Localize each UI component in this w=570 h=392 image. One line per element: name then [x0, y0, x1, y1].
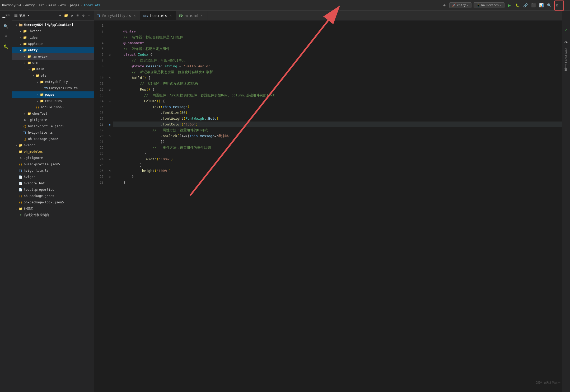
tab-note-close[interactable]: ×: [199, 14, 204, 18]
activity-explorer[interactable]: ☰项目: [1, 12, 11, 21]
tree-item-hvigor2[interactable]: ▸ 📁 hvigor: [12, 142, 94, 148]
tab-note[interactable]: MD note.md ×: [176, 11, 208, 20]
tree-item-oh-package-lock[interactable]: ▸ {} oh-package-lock.json5: [12, 199, 94, 206]
tree-item-build-profile2[interactable]: ▸ {} build-profile.json5: [12, 161, 94, 167]
profile-button[interactable]: 📊: [538, 2, 544, 8]
stop-button[interactable]: ⬛: [530, 2, 536, 8]
preview-arrow[interactable]: ▾: [23, 54, 27, 59]
bc-item-5[interactable]: ets: [60, 3, 66, 7]
src-arrow[interactable]: ▾: [23, 61, 27, 65]
resources-arrow[interactable]: ▸: [35, 99, 40, 103]
entryability-arrow[interactable]: ▾: [35, 80, 40, 84]
root-expand-arrow[interactable]: ▾: [14, 23, 18, 27]
fold-26[interactable]: ⊟: [108, 168, 111, 174]
tree-item-entryability-ts[interactable]: ▸ TS EntryAbility.ts: [12, 85, 94, 91]
oh-modules-arrow[interactable]: ▸: [14, 150, 18, 154]
tree-item-main[interactable]: ▾ 📁 main: [12, 66, 94, 72]
search-button[interactable]: 🔍: [546, 2, 552, 8]
appscope-label: AppScope: [28, 42, 94, 46]
tree-item-root[interactable]: ▾ HarmonyOS4 [MyApplication]: [12, 22, 94, 28]
run-button[interactable]: ▶: [507, 2, 512, 8]
activity-git[interactable]: ⑂: [1, 32, 11, 41]
tree-item-hvigor3[interactable]: ▸ 📄 hvigor: [12, 174, 94, 180]
fold-10[interactable]: ⊟: [108, 75, 111, 81]
close-sidebar-icon[interactable]: —: [87, 13, 92, 18]
ln-20: 20: [94, 133, 106, 139]
tree-item-external-libs[interactable]: ▸ 📁 外部库: [12, 206, 94, 212]
new-file-icon[interactable]: +: [58, 13, 63, 18]
no-devices-button[interactable]: 📱 No Devices ▾: [474, 2, 504, 8]
tree-item-ohostest[interactable]: ▸ 📁 ohosTest: [12, 110, 94, 117]
pages-arrow[interactable]: ▸: [35, 92, 40, 97]
sync-icon[interactable]: ↻: [69, 13, 74, 18]
tree-item-gitignore1[interactable]: ▸ ⚙ .gitignore: [12, 117, 94, 123]
main-arrow[interactable]: ▾: [27, 67, 31, 71]
ets-arrow[interactable]: ▾: [31, 73, 35, 78]
new-folder-icon[interactable]: 📁: [64, 13, 68, 18]
tree-item-entryability[interactable]: ▾ 📁 entryability: [12, 79, 94, 85]
tree-item-appscope[interactable]: ▸ 📁 AppScope: [12, 41, 94, 47]
tab-entryability[interactable]: TS EntryAbility.ts ×: [94, 11, 140, 20]
code-editor[interactable]: @Entry // 装饰器：标记当前组件是入口组件 @Component // …: [113, 21, 562, 392]
entry-arrow[interactable]: ▾: [18, 48, 23, 52]
fold-14[interactable]: ⊟: [108, 98, 111, 104]
settings-icon[interactable]: ⚙: [81, 13, 86, 18]
entry-button[interactable]: 🚀 entry ▾: [449, 2, 471, 8]
hvigor-arrow[interactable]: ▸: [18, 29, 23, 33]
tree-item-idea[interactable]: ▸ 📁 .idea: [12, 34, 94, 41]
tree-item-local-properties[interactable]: ▸ 📄 local.properties: [12, 186, 94, 193]
tab-index-close[interactable]: ×: [169, 14, 173, 18]
tree-item-oh-package2[interactable]: ▸ {} oh-package.json5: [12, 193, 94, 199]
tree-item-src[interactable]: ▾ 📁 src: [12, 60, 94, 66]
tree-item-module-json[interactable]: ▸ {} module.json5: [12, 104, 94, 110]
bc-item-4[interactable]: main: [49, 3, 56, 7]
tree-item-hvigorw-bat[interactable]: ▸ 📄 hvigorw.bat: [12, 180, 94, 186]
breakpoint-18[interactable]: ■: [108, 122, 111, 127]
activity-search[interactable]: 🔍: [1, 22, 11, 31]
tab-index[interactable]: ETS Index.ets ×: [140, 11, 176, 20]
tab-ets-icon: ETS: [143, 15, 148, 17]
fold-20[interactable]: ⊟: [108, 133, 111, 139]
activity-debug[interactable]: 🐛: [1, 42, 11, 51]
checkmark-icon[interactable]: ✓: [563, 26, 569, 32]
bc-item-2[interactable]: entry: [25, 3, 35, 7]
tree-item-oh-modules[interactable]: ▸ 📁 oh_modules: [12, 148, 94, 155]
appscope-arrow[interactable]: ▸: [18, 42, 23, 46]
tree-item-hvigorfile2[interactable]: ▸ TS hvigorfile.ts: [12, 167, 94, 174]
src-folder-icon: 📁: [27, 61, 31, 65]
tree-item-gitignore2[interactable]: ▸ ⚙ .gitignore: [12, 155, 94, 161]
bc-item-3[interactable]: src: [39, 3, 45, 7]
location-icon[interactable]: ⊙: [441, 2, 447, 8]
debug-button[interactable]: 🐛: [515, 2, 520, 8]
fold-27[interactable]: ⊟: [108, 174, 111, 180]
fold-24[interactable]: ⊟: [108, 156, 111, 162]
tree-item-preview[interactable]: ▾ 📁 .preview: [12, 53, 94, 60]
tab-entryability-close[interactable]: ×: [133, 14, 137, 18]
idea-arrow[interactable]: ▸: [18, 35, 23, 40]
tree-item-hvigor-root[interactable]: ▸ 📁 .hvigor: [12, 28, 94, 34]
tree-item-build-profile1[interactable]: ▸ {} build-profile.json5: [12, 123, 94, 129]
menu-button[interactable]: ⋮: [562, 2, 568, 8]
tree-item-ets[interactable]: ▾ 📁 ets: [12, 72, 94, 79]
tree-item-pages[interactable]: ▸ 📁 pages: [12, 91, 94, 98]
bc-item-7[interactable]: Index.ets: [83, 3, 101, 7]
settings-button[interactable]: ⚙: [554, 2, 560, 8]
tree-item-resources[interactable]: ▸ 📁 resources: [12, 98, 94, 104]
preview-label[interactable]: 预览器: [564, 72, 569, 74]
tree-item-temp-console[interactable]: ▸ ≡ 临时文件和控制台: [12, 212, 94, 218]
bc-item-6[interactable]: pages: [70, 3, 80, 7]
bc-item-1[interactable]: HarmonyOS4: [2, 3, 21, 7]
tree-item-entry[interactable]: ▾ 📁 entry: [12, 47, 94, 53]
collapse-icon[interactable]: ⊟: [75, 13, 80, 18]
notifications-label[interactable]: Notifications: [564, 46, 568, 71]
eye-icon[interactable]: 👁: [563, 40, 569, 45]
hvigor2-arrow[interactable]: ▸: [14, 143, 18, 147]
attach-debug-button[interactable]: 🔗: [522, 2, 528, 8]
external-libs-arrow[interactable]: ▸: [14, 207, 18, 211]
fold-12[interactable]: ⊟: [108, 87, 111, 92]
tree-item-oh-package1[interactable]: ▸ {} oh-package.json5: [12, 136, 94, 142]
tree-item-hvigorfile1[interactable]: ▸ TS hvigorfile.ts: [12, 129, 94, 136]
fold-6[interactable]: ⊟: [108, 52, 111, 58]
hvigor-label: .hvigor: [28, 29, 94, 33]
ohostest-arrow[interactable]: ▸: [23, 111, 27, 116]
